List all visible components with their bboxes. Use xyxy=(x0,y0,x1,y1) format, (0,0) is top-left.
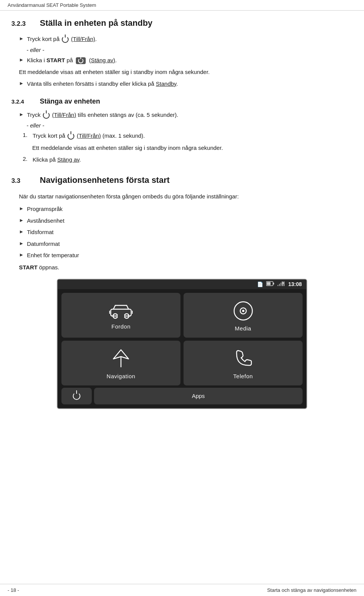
device-grid: Fordon Media xyxy=(58,289,306,388)
battery-icon xyxy=(266,281,275,287)
oder-text-2: - eller - xyxy=(27,122,353,129)
section-323-number: 3.2.3 xyxy=(11,20,32,28)
device-btn-telefon-label: Telefon xyxy=(233,373,253,379)
bullet-arrow-icon-7: ► xyxy=(19,229,24,234)
start-label: START xyxy=(19,264,38,270)
bullet-arrow-icon-9: ► xyxy=(19,252,24,258)
section-324-number: 3.2.4 xyxy=(11,98,32,105)
section-323-bullet2-text: Klicka i START på (Stäng av). xyxy=(27,56,117,65)
bullet-arrow-icon-6: ► xyxy=(19,217,24,223)
section-33-bullet-4: ► Datumformat xyxy=(19,240,353,248)
device-btn-fordon-label: Fordon xyxy=(111,323,131,330)
nav-icon xyxy=(111,348,131,369)
section-323-bullet2: ► Klicka i START på (Stäng av). xyxy=(19,56,353,65)
svg-point-18 xyxy=(242,310,244,312)
bullet-label-programsprak: Programspråk xyxy=(27,205,63,214)
bullet-arrow-icon-5: ► xyxy=(19,206,24,211)
bullet-arrow-icon-8: ► xyxy=(19,241,24,246)
phone-icon xyxy=(234,348,253,369)
svg-rect-1 xyxy=(267,282,271,285)
section-323-title: Ställa in enheten på standby xyxy=(40,18,152,28)
header-title: Användarmanual SEAT Portable System xyxy=(8,2,96,8)
power-icon xyxy=(62,36,69,43)
section-33-intro: När du startar navigationsenheten första… xyxy=(19,192,353,201)
bullet-arrow-icon-4: ► xyxy=(19,112,24,117)
device-screen: 📄 xyxy=(57,279,307,409)
bullet-label-avstandsenhet: Avståndsenhet xyxy=(27,217,64,225)
page-footer: - 18 - Starta och stänga av navigationse… xyxy=(0,584,364,596)
bullet-arrow-icon: ► xyxy=(19,36,24,41)
section-324-step2: 2. Klicka på Stäng av. xyxy=(23,156,353,164)
bullet-arrow-icon-3: ► xyxy=(19,80,24,86)
status-icons: 📄 xyxy=(257,281,284,288)
car-icon xyxy=(108,302,134,319)
section-324-bullet1: ► Tryck (Till/Från) tills enheten stängs… xyxy=(19,111,353,120)
section-323-bullet3: ► Vänta tills enheten försätts i standby… xyxy=(19,80,353,88)
signal-icon xyxy=(278,281,284,288)
section-33-heading: 3.3 Navigationsenhetens första start xyxy=(11,175,353,185)
step1-number: 1. xyxy=(23,132,30,138)
section-324-step1: 1. Tryck kort på (Till/Från) (max. 1 sek… xyxy=(23,132,353,140)
svg-rect-10 xyxy=(111,309,131,316)
start-button-inline xyxy=(76,57,86,64)
file-icon: 📄 xyxy=(257,281,263,287)
device-apps-button[interactable]: Apps xyxy=(94,388,303,404)
oder-text-1: - eller - xyxy=(27,47,353,53)
device-btn-navigation-label: Navigation xyxy=(107,373,135,379)
device-btn-fordon[interactable]: Fordon xyxy=(61,293,180,338)
device-btn-media-label: Media xyxy=(235,325,251,332)
section-324-title: Stänga av enheten xyxy=(40,97,100,105)
footer-page-number: - 18 - xyxy=(8,587,19,593)
device-bottom-bar: Apps xyxy=(58,388,306,408)
power-small-icon xyxy=(78,58,83,63)
section-33-title: Navigationsenhetens första start xyxy=(40,175,169,185)
section-33-bullet-5: ► Enhet för temperatur xyxy=(19,251,353,260)
power-icon-device xyxy=(73,392,80,400)
section-323-text1: Ett meddelande visas att enheten ställer… xyxy=(19,68,353,77)
start-oppnas-text: START öppnas. xyxy=(19,263,353,272)
page-header: Användarmanual SEAT Portable System xyxy=(0,0,364,11)
bullet-label-temperatur: Enhet för temperatur xyxy=(27,251,79,260)
section-324-bullet1-text: Tryck (Till/Från) tills enheten stängs a… xyxy=(27,111,178,120)
section-33-bullet-3: ► Tidsformat xyxy=(19,228,353,237)
device-btn-telefon[interactable]: Telefon xyxy=(184,341,303,385)
step2-number: 2. xyxy=(23,156,30,162)
section-323-heading: 3.2.3 Ställa in enheten på standby xyxy=(11,18,353,28)
power-icon-3 xyxy=(67,133,74,140)
device-power-button[interactable] xyxy=(61,388,92,404)
main-content: 3.2.3 Ställa in enheten på standby ► Try… xyxy=(0,11,364,439)
step2-text: Klicka på Stäng av. xyxy=(33,156,81,164)
bullet-label-datumformat: Datumformat xyxy=(27,240,60,248)
section-323-bullet3-text: Vänta tills enheten försätts i standby e… xyxy=(27,80,178,88)
section-33-bullet-2: ► Avståndsenhet xyxy=(19,217,353,225)
step1-text: Tryck kort på (Till/Från) (max. 1 sekund… xyxy=(33,132,145,140)
section-33-number: 3.3 xyxy=(11,177,32,185)
media-icon xyxy=(233,300,254,321)
device-btn-media[interactable]: Media xyxy=(184,293,303,338)
section-324-heading: 3.2.4 Stänga av enheten xyxy=(11,97,353,105)
svg-rect-2 xyxy=(273,283,274,285)
step1-subtext: Ett meddelande visas att enheten ställer… xyxy=(32,143,353,153)
section-323-bullet1-text: Tryck kort på (Till/Från). xyxy=(27,35,97,44)
section-323-bullet1: ► Tryck kort på (Till/Från). xyxy=(19,35,353,44)
power-icon-2 xyxy=(43,112,50,119)
bullet-arrow-icon-2: ► xyxy=(19,57,24,63)
footer-section-title: Starta och stänga av navigationsenheten xyxy=(267,587,356,593)
device-statusbar: 📄 xyxy=(58,280,306,289)
apps-label: Apps xyxy=(192,393,205,399)
device-time: 13:08 xyxy=(288,281,302,287)
bullet-label-tidsformat: Tidsformat xyxy=(27,228,53,237)
section-33-bullet-1: ► Programspråk xyxy=(19,205,353,214)
device-btn-navigation[interactable]: Navigation xyxy=(61,341,180,385)
